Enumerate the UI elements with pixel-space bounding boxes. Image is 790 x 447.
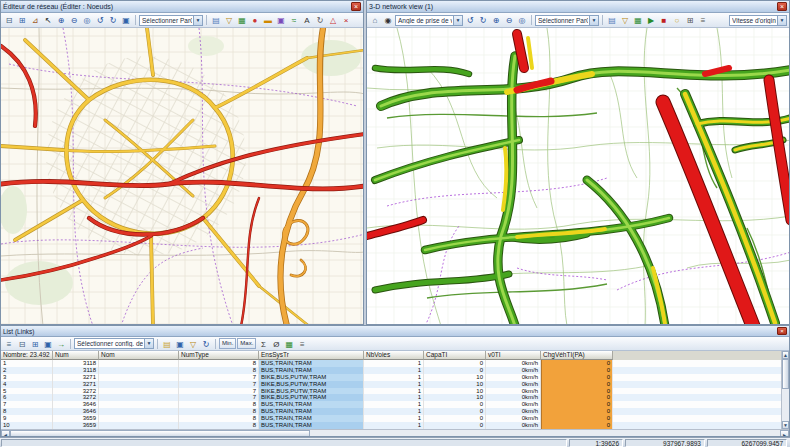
cell-v0ti[interactable]: 0km/h	[486, 381, 541, 388]
cell-chgveh[interactable]: 0	[541, 401, 613, 408]
camera-icon[interactable]: ◉	[382, 14, 394, 26]
zoom-out-icon[interactable]: ⊖	[68, 14, 80, 26]
cell-num[interactable]: 3646	[53, 401, 99, 408]
home-view-icon[interactable]: ⌂	[369, 14, 381, 26]
cell-chgveh[interactable]: 0	[541, 367, 613, 374]
cell-nom[interactable]	[99, 374, 179, 381]
column-header-num[interactable]: Num	[53, 351, 99, 360]
network-3d-titlebar[interactable]: 3-D network view (1) ×	[367, 1, 789, 13]
cell-capati[interactable]: 0	[424, 415, 486, 422]
list-horizontal-scrollbar[interactable]: ◄ ►	[1, 429, 789, 437]
cell-chgveh[interactable]: 0	[541, 388, 613, 395]
cell-capati[interactable]: 0	[424, 360, 486, 367]
cell-num[interactable]: 3659	[53, 422, 99, 429]
cell-num[interactable]: 3646	[53, 408, 99, 415]
cell-enssystr[interactable]: BIKE,BUS,PUTW,TRAM	[259, 388, 364, 395]
zones-mode-icon[interactable]: ▣	[275, 14, 287, 26]
cell-v0ti[interactable]: 0km/h	[486, 422, 541, 429]
cell-enssystr[interactable]: BUS,TRAIN,TRAM	[259, 360, 364, 367]
cell-chgveh[interactable]: 0	[541, 381, 613, 388]
close-icon[interactable]: ×	[351, 2, 361, 11]
cell-capati[interactable]: 10	[424, 381, 486, 388]
graphic-selection-dropdown[interactable]: Sélectionner ParG... ▼	[535, 15, 599, 26]
scrollbar-thumb[interactable]	[10, 430, 310, 437]
save-config-icon[interactable]: ▣	[174, 338, 186, 350]
export-icon[interactable]: →	[55, 338, 67, 350]
save-icon[interactable]: ▣	[42, 338, 54, 350]
filter-icon[interactable]: ▽	[619, 14, 631, 26]
cell-v0ti[interactable]: 0km/h	[486, 367, 541, 374]
cell-enssystr[interactable]: BUS,TRAIN,TRAM	[259, 401, 364, 408]
cell-nbvoies[interactable]: 1	[364, 388, 424, 395]
dropdown-arrow-icon[interactable]: ▼	[144, 339, 153, 348]
delete-icon[interactable]: ×	[340, 14, 352, 26]
cell-nom[interactable]	[99, 394, 179, 401]
column-header-chgveh[interactable]: ChgVéhTI(PA)	[541, 351, 613, 360]
layers-icon[interactable]: ▤	[606, 14, 618, 26]
table-row[interactable]: 432717BIKE,BUS,PUTW,TRAM1100km/h0	[1, 381, 788, 388]
chart-icon[interactable]: ▦	[283, 338, 295, 350]
settings-icon[interactable]: ≡	[697, 14, 709, 26]
cell-enssystr[interactable]: BUS,TRAIN,TRAM	[259, 408, 364, 415]
network-editor-titlebar[interactable]: Éditeur de réseau (Éditer : Noeuds) ×	[1, 1, 363, 13]
cell-num[interactable]: 3271	[53, 381, 99, 388]
mean-icon[interactable]: Ø	[270, 338, 282, 350]
close-icon[interactable]: ×	[777, 2, 787, 11]
max-button[interactable]: Max.	[237, 338, 256, 349]
cell-nom[interactable]	[99, 415, 179, 422]
table-row[interactable]: 632727BIKE,BUS,PUTW,TRAM1100km/h0	[1, 394, 788, 401]
filter-icon[interactable]: ▽	[223, 14, 235, 26]
cell-enssystr[interactable]: BIKE,BUS,PUTW,TRAM	[259, 381, 364, 388]
dropdown-arrow-icon[interactable]: ▼	[193, 16, 202, 25]
flyover-play-icon[interactable]: ▶	[645, 14, 657, 26]
cell-nbvoies[interactable]: 1	[364, 381, 424, 388]
scroll-left-icon[interactable]: ◄	[1, 430, 10, 437]
cell-capati[interactable]: 10	[424, 394, 486, 401]
column-header-enssystr[interactable]: EnsSysTr	[259, 351, 364, 360]
zoom-out-icon[interactable]: ⊖	[503, 14, 515, 26]
graphic-parameters-icon[interactable]: ▦	[236, 14, 248, 26]
cell-enssystr[interactable]: BUS,TRAIN,TRAM	[259, 367, 364, 374]
cell-v0ti[interactable]: 0km/h	[486, 401, 541, 408]
print-icon[interactable]: ⊟	[3, 14, 15, 26]
cell-capati[interactable]: 10	[424, 388, 486, 395]
list-vertical-scrollbar[interactable]: ▲ ▼	[781, 351, 789, 429]
cell-v0ti[interactable]: 0km/h	[486, 408, 541, 415]
network-map-canvas[interactable]	[1, 28, 363, 324]
cell-numtype[interactable]: 8	[179, 415, 259, 422]
cell-chgveh[interactable]: 0	[541, 422, 613, 429]
links-mode-icon[interactable]: ▬	[262, 14, 274, 26]
table-row[interactable]: 131188BUS,TRAIN,TRAM100km/h0	[1, 360, 788, 367]
scroll-up-icon[interactable]: ▲	[782, 351, 789, 359]
table-row[interactable]: 532727BIKE,BUS,PUTW,TRAM1100km/h0	[1, 388, 788, 395]
table-row[interactable]: 736468BUS,TRAIN,TRAM100km/h0	[1, 401, 788, 408]
graphic-selection-dropdown[interactable]: Sélectionner ParG... ▼	[139, 15, 203, 26]
cell-nbvoies[interactable]: 1	[364, 367, 424, 374]
cell-nbvoies[interactable]: 1	[364, 394, 424, 401]
cell-capati[interactable]: 0	[424, 422, 486, 429]
cell-nom[interactable]	[99, 388, 179, 395]
copy-icon[interactable]: ⊞	[29, 338, 41, 350]
next-view-icon[interactable]: ↻	[107, 14, 119, 26]
table-row[interactable]: 1036598BUS,TRAIN,TRAM100km/h0	[1, 422, 788, 429]
table-row[interactable]: 332717BIKE,BUS,PUTW,TRAM1100km/h0	[1, 374, 788, 381]
scrollbar-thumb[interactable]	[782, 359, 789, 389]
flyover-stop-icon[interactable]: ■	[658, 14, 670, 26]
cell-chgveh[interactable]: 0	[541, 408, 613, 415]
scroll-down-icon[interactable]: ▼	[782, 421, 789, 429]
cell-nom[interactable]	[99, 408, 179, 415]
measure-icon[interactable]: ⊿	[29, 14, 41, 26]
cell-nom[interactable]	[99, 360, 179, 367]
dropdown-arrow-icon[interactable]: ▼	[589, 16, 598, 25]
table-settings-icon[interactable]: ≡	[296, 338, 308, 350]
cell-nbvoies[interactable]: 1	[364, 360, 424, 367]
orbit-left-icon[interactable]: ↺	[464, 14, 476, 26]
table-row[interactable]: 231188BUS,TRAIN,TRAM100km/h0	[1, 367, 788, 374]
cell-numtype[interactable]: 7	[179, 374, 259, 381]
column-header-capati[interactable]: CapaTI	[424, 351, 486, 360]
cell-chgveh[interactable]: 0	[541, 415, 613, 422]
cell-enssystr[interactable]: BIKE,BUS,PUTW,TRAM	[259, 374, 364, 381]
cell-num[interactable]: 3118	[53, 360, 99, 367]
close-icon[interactable]: ×	[777, 327, 787, 335]
column-header-nbvoies[interactable]: NbVoies	[364, 351, 424, 360]
